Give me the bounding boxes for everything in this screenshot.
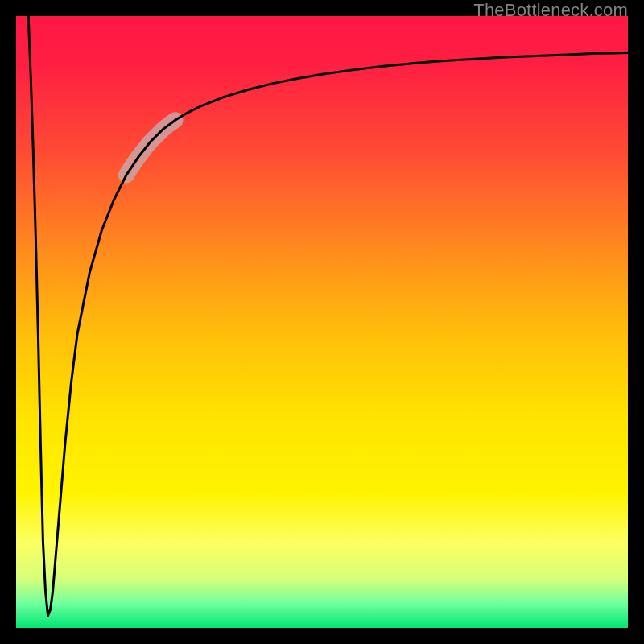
chart-frame: TheBottleneck.com xyxy=(0,0,644,644)
plot-area xyxy=(16,16,628,628)
curve-spike xyxy=(28,16,52,616)
watermark-text: TheBottleneck.com xyxy=(473,0,628,21)
curve-recovery xyxy=(53,53,628,592)
curve-layer xyxy=(16,16,628,628)
curve-highlight xyxy=(126,120,175,175)
